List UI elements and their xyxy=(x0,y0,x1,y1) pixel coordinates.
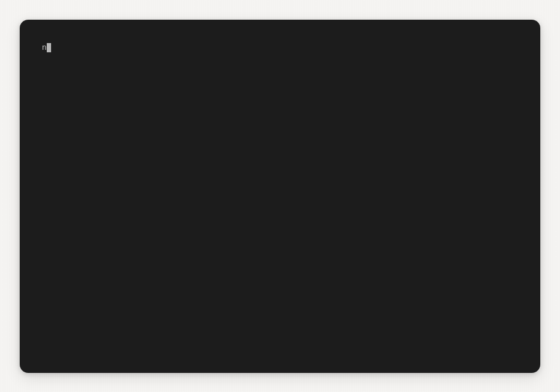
terminal-input-line[interactable]: n xyxy=(42,42,518,53)
terminal-typed-text: n xyxy=(42,42,47,53)
terminal-cursor xyxy=(47,43,51,52)
terminal-window[interactable]: n xyxy=(20,20,540,373)
